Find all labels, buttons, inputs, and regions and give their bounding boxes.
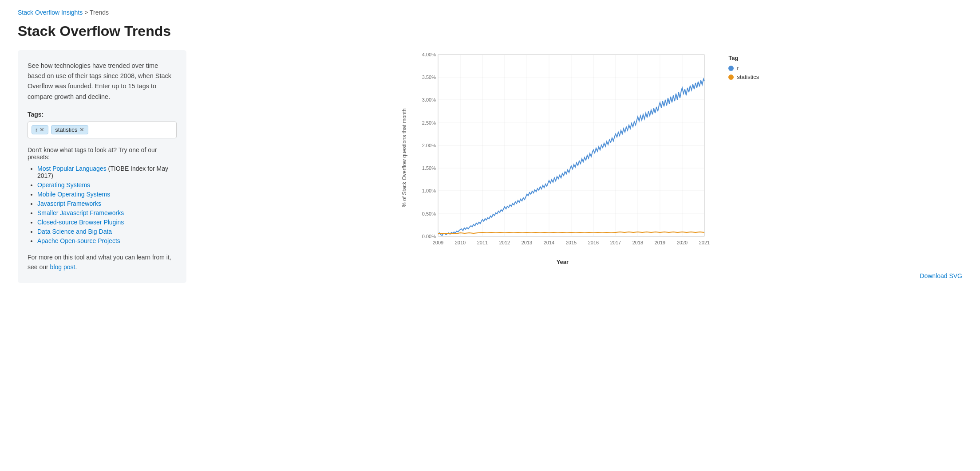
preset-operating-systems[interactable]: Operating Systems — [37, 181, 90, 188]
sidebar-footer: For more on this tool and what you can l… — [28, 252, 177, 272]
tags-label: Tags: — [28, 111, 177, 118]
svg-text:2017: 2017 — [610, 240, 621, 245]
legend-label-r: r — [737, 65, 739, 71]
list-item: Closed-source Browser Plugins — [37, 219, 177, 226]
sidebar: See how technologies have trended over t… — [18, 50, 186, 283]
legend-label-statistics: statistics — [737, 74, 759, 80]
list-item: Most Popular Languages (TIOBE Index for … — [37, 165, 177, 179]
list-item: Smaller Javascript Frameworks — [37, 209, 177, 216]
presets-intro: Don't know what tags to look at? Try one… — [28, 146, 177, 161]
chart-area: % of Stack Overflow questions that month — [204, 50, 962, 279]
svg-text:1.00%: 1.00% — [422, 188, 436, 193]
tag-r-pill: r ✕ — [32, 125, 48, 134]
preset-js-frameworks[interactable]: Javascript Frameworks — [37, 200, 101, 207]
preset-data-science[interactable]: Data Science and Big Data — [37, 228, 112, 235]
svg-text:4.00%: 4.00% — [422, 52, 436, 57]
y-axis-label: % of Stack Overflow questions that month — [401, 50, 408, 265]
breadcrumb-separator: > Trends — [84, 9, 109, 16]
download-svg-link[interactable]: Download SVG — [920, 272, 962, 279]
svg-text:2009: 2009 — [433, 240, 443, 245]
svg-text:2.50%: 2.50% — [422, 120, 436, 126]
chart-svg: 0.00% 0.50% 1.00% 1.50% 2.00% 2.50% 3.00… — [411, 50, 713, 254]
svg-text:0.50%: 0.50% — [422, 211, 436, 216]
svg-text:2010: 2010 — [455, 240, 466, 245]
svg-text:2015: 2015 — [566, 240, 577, 245]
preset-smaller-js[interactable]: Smaller Javascript Frameworks — [37, 209, 124, 216]
legend-dot-statistics — [728, 75, 734, 80]
svg-text:2.00%: 2.00% — [422, 143, 436, 148]
preset-apache[interactable]: Apache Open-source Projects — [37, 237, 120, 244]
legend-title: Tag — [728, 55, 759, 61]
tag-statistics-remove[interactable]: ✕ — [79, 127, 84, 133]
tag-r-remove[interactable]: ✕ — [40, 127, 44, 133]
chart-and-legend: % of Stack Overflow questions that month — [401, 50, 765, 265]
tag-statistics-label: statistics — [55, 126, 77, 133]
legend-item-r: r — [728, 65, 759, 71]
sidebar-description: See how technologies have trended over t… — [28, 61, 177, 102]
tags-input-container[interactable]: r ✕ statistics ✕ — [28, 122, 177, 138]
legend-dot-r — [728, 66, 734, 71]
svg-text:2012: 2012 — [499, 240, 510, 245]
list-item: Data Science and Big Data — [37, 228, 177, 235]
footer-text-before: For more on this tool and what you can l… — [28, 254, 171, 271]
footer-period: . — [75, 263, 77, 271]
list-item: Mobile Operating Systems — [37, 191, 177, 198]
blog-post-link[interactable]: blog post — [50, 263, 75, 271]
svg-text:2019: 2019 — [655, 240, 665, 245]
tag-r-label: r — [36, 126, 37, 133]
download-area: Download SVG — [204, 272, 962, 279]
chart-inner: 0.00% 0.50% 1.00% 1.50% 2.00% 2.50% 3.00… — [411, 50, 713, 265]
list-item: Javascript Frameworks — [37, 200, 177, 207]
preset-browser-plugins[interactable]: Closed-source Browser Plugins — [37, 219, 124, 226]
svg-text:1.50%: 1.50% — [422, 165, 436, 171]
breadcrumb: Stack Overflow Insights > Trends — [18, 9, 962, 16]
presets-list: Most Popular Languages (TIOBE Index for … — [28, 165, 177, 244]
x-axis-label: Year — [411, 259, 713, 265]
svg-text:2020: 2020 — [677, 240, 688, 245]
legend: Tag r statistics — [722, 50, 765, 87]
svg-text:2013: 2013 — [522, 240, 532, 245]
svg-text:2011: 2011 — [477, 240, 488, 245]
tag-statistics-pill: statistics ✕ — [51, 125, 88, 134]
svg-text:2018: 2018 — [632, 240, 643, 245]
preset-mobile-os[interactable]: Mobile Operating Systems — [37, 191, 110, 198]
svg-text:2016: 2016 — [588, 240, 599, 245]
breadcrumb-link[interactable]: Stack Overflow Insights — [18, 9, 83, 16]
svg-text:3.00%: 3.00% — [422, 97, 436, 102]
list-item: Apache Open-source Projects — [37, 237, 177, 244]
preset-most-popular[interactable]: Most Popular Languages — [37, 165, 107, 172]
legend-item-statistics: statistics — [728, 74, 759, 80]
svg-text:0.00%: 0.00% — [422, 234, 436, 239]
svg-text:2021: 2021 — [699, 240, 710, 245]
page-title: Stack Overflow Trends — [18, 23, 962, 39]
tag-text-input[interactable] — [91, 126, 118, 133]
list-item: Operating Systems — [37, 181, 177, 188]
chart-container: % of Stack Overflow questions that month — [401, 50, 714, 265]
svg-text:2014: 2014 — [544, 240, 554, 245]
main-layout: See how technologies have trended over t… — [18, 50, 962, 283]
svg-text:3.50%: 3.50% — [422, 75, 436, 80]
